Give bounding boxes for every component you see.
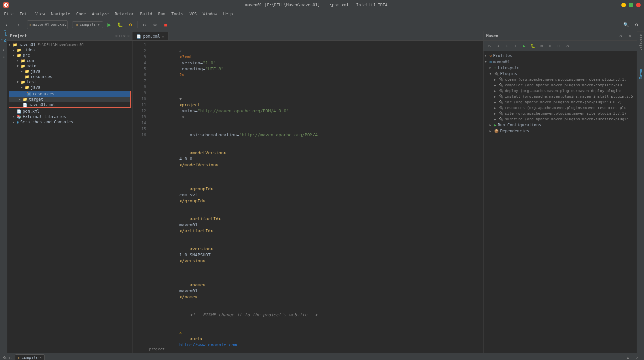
tree-test-resources[interactable]: resources	[9, 91, 130, 97]
search-everywhere-button[interactable]: 🔍	[621, 20, 631, 29]
project-collapse-icon[interactable]: ⊟	[119, 34, 121, 38]
menu-file[interactable]: File	[1, 11, 16, 17]
project-file: pom.xml	[51, 22, 66, 27]
menu-window[interactable]: Window	[200, 11, 220, 17]
tree-test-java[interactable]: ▶ 📁 java	[7, 85, 132, 90]
toolbar-separator-1	[25, 21, 25, 28]
site-arrow: ▶	[494, 112, 499, 115]
refresh-button[interactable]: ↻	[139, 20, 149, 29]
tree-maven01-iml[interactable]: 📄 maven01.iml	[9, 102, 130, 107]
project-close-icon[interactable]: ✕	[127, 34, 129, 38]
jar-icon: 🔌	[499, 100, 504, 104]
maven-plugin-surefire[interactable]: ▶ 🔌 surefire (org.apache.maven.plugins:m…	[484, 116, 637, 122]
minimize-button[interactable]	[621, 3, 626, 7]
profiles-label: Profiles	[493, 53, 513, 58]
tree-main-java[interactable]: ▶ 📁 java	[7, 69, 132, 74]
maven-project-root[interactable]: ▼ m maven01	[484, 59, 637, 65]
maven-refresh-button[interactable]: ↻	[486, 42, 494, 50]
maven-plugins[interactable]: ▼ 🔌 Plugins	[484, 71, 637, 77]
database-label[interactable]: Database	[637, 31, 644, 53]
menu-tools[interactable]: Tools	[169, 11, 186, 17]
maven-reimport-button[interactable]: ⬇	[494, 42, 502, 50]
maven-close-button[interactable]: ✕	[626, 32, 634, 40]
maven-debug-button[interactable]: 🐛	[529, 42, 537, 50]
tab-close-button[interactable]: ✕	[162, 35, 164, 38]
editor-tabs: 📄 pom.xml ✕	[132, 31, 483, 41]
settings-gear-button[interactable]: ⚙	[632, 20, 641, 29]
menu-refactor[interactable]: Refactor	[112, 11, 137, 17]
menu-run[interactable]: Run	[155, 11, 168, 17]
tree-external-libs[interactable]: ▶ 📚 External Libraries	[7, 114, 132, 119]
code-editor[interactable]: ✓ <?xml version="1.0" encoding="UTF-8" ?…	[149, 41, 483, 346]
run-configs-icon: ▶	[494, 123, 497, 127]
maven-dependencies[interactable]: ▶ 📦 Dependencies	[484, 128, 637, 134]
maven-plugin-install[interactable]: ▶ 🔌 install (org.apache.maven.plugins:ma…	[484, 94, 637, 99]
forward-button[interactable]: →	[13, 20, 23, 29]
compile-tab-close[interactable]: ✕	[40, 356, 42, 359]
tree-test[interactable]: ▼ 📁 test	[7, 79, 132, 85]
run-button[interactable]: ▶	[104, 20, 114, 29]
debug-button[interactable]: 🐛	[115, 20, 124, 29]
maven-plugin-resources[interactable]: ▶ 🔌 resources (org.apache.maven.plugins:…	[484, 105, 637, 111]
maven-download-button[interactable]: ↓	[503, 42, 511, 50]
compile-tab-button[interactable]: m compile ✕	[15, 354, 45, 360]
tree-main-resources[interactable]: 📁 resources	[7, 74, 132, 79]
maven-side-label[interactable]: Maven	[637, 66, 644, 82]
tab-pom-xml[interactable]: 📄 pom.xml ✕	[132, 32, 169, 40]
fold-icon-3[interactable]: ▼	[179, 96, 183, 102]
resources-label: resources (org.apache.maven.plugins:mave…	[505, 106, 626, 110]
menu-analyze[interactable]: Analyze	[89, 11, 111, 17]
run-close-button[interactable]: ✕	[633, 354, 641, 360]
favorites-icon[interactable]: ★	[1, 47, 7, 53]
menu-bar: File Edit View Navigate Code Analyze Ref…	[0, 10, 644, 18]
maven-run-button[interactable]: ▶	[520, 42, 528, 50]
menu-build[interactable]: Build	[137, 11, 155, 17]
menu-navigate[interactable]: Navigate	[48, 11, 73, 17]
tree-src[interactable]: ▼ 📁 src	[7, 53, 132, 58]
root-arrow: ▼	[9, 43, 13, 46]
close-button[interactable]	[636, 3, 641, 7]
maximize-button[interactable]	[629, 3, 633, 7]
scratches-label: Scratches and Consoles	[20, 120, 73, 124]
clean-label: clean (org.apache.maven.plugins:maven-cl…	[505, 77, 626, 82]
maven-plugin-compiler[interactable]: ▶ 🔌 compiler (org.apache.maven.plugins:m…	[484, 82, 637, 88]
settings-button[interactable]: ⚙	[150, 20, 159, 29]
build-button[interactable]: ⚙	[126, 20, 135, 29]
maven-plugin-jar[interactable]: ▶ 🔌 jar (org.apache.maven.plugins:maven-…	[484, 99, 637, 105]
maven-skip-tests-button[interactable]: m	[538, 42, 546, 50]
svg-rect-3	[28, 94, 30, 95]
menu-edit[interactable]: Edit	[17, 11, 32, 17]
project-sync-icon[interactable]: ⊕	[115, 34, 117, 38]
maven-plugin-deploy[interactable]: ▶ 🔌 deploy (org.apache.maven.plugins:mav…	[484, 88, 637, 94]
maven-plugin-clean[interactable]: ▶ 🔌 clean (org.apache.maven.plugins:mave…	[484, 77, 637, 82]
tree-idea[interactable]: ▶ 📁 .idea	[7, 47, 132, 53]
run-settings-button[interactable]: ⚙	[624, 354, 632, 360]
tree-root[interactable]: ▼ 📁 maven01 F:\DELL\Maven\maven01	[7, 42, 132, 47]
maven-collapse-button[interactable]: ⊟	[555, 42, 563, 50]
maven-run-configs[interactable]: ▶ ▶ Run Configurations	[484, 122, 637, 128]
tree-main[interactable]: ▼ 📁 main	[7, 63, 132, 69]
maven-profiles[interactable]: ▶ ⚙ Profiles	[484, 53, 637, 59]
maven-plugin-site[interactable]: ▶ 🔌 site (org.apache.maven.plugins:maven…	[484, 111, 637, 116]
compile-button[interactable]: m compile ▼	[72, 21, 103, 28]
project-selector[interactable]: m maven01 pom.xml	[27, 20, 68, 29]
structure-icon[interactable]: ≡	[1, 54, 7, 60]
maven-toggle-button[interactable]: ⊕	[546, 42, 554, 50]
menu-code[interactable]: Code	[74, 11, 89, 17]
stop-button[interactable]: ■	[161, 20, 170, 29]
maven-more-button[interactable]: ⚙	[564, 42, 572, 50]
tree-pom-xml[interactable]: 📄 pom.xml	[7, 109, 132, 114]
tree-target[interactable]: ▶ 📁 target	[9, 97, 130, 102]
project-settings-icon[interactable]: ⚙	[123, 34, 125, 38]
maven-lifecycle[interactable]: ▶ ⚡ Lifecycle	[484, 65, 637, 71]
menu-help[interactable]: Help	[221, 11, 236, 17]
code-line-8: <artifactId> maven01 </artifactId>	[153, 210, 479, 240]
tree-scratches[interactable]: ▶ ◉ Scratches and Consoles	[7, 119, 132, 125]
menu-vcs[interactable]: VCS	[187, 11, 200, 17]
menu-view[interactable]: View	[33, 11, 48, 17]
back-button[interactable]: ←	[3, 20, 12, 29]
project-panel-icon[interactable]: 1: Project	[1, 33, 7, 39]
maven-add-button[interactable]: +	[512, 42, 520, 50]
maven-settings-button[interactable]: ⚙	[617, 32, 625, 40]
tree-com[interactable]: ▶ 📁 com	[7, 58, 132, 63]
